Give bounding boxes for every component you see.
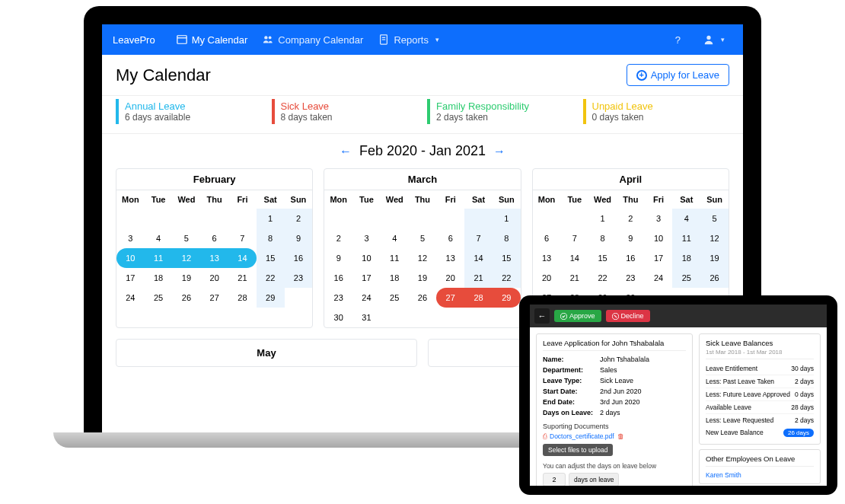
calendar-day[interactable]: 9 (617, 228, 645, 248)
calendar-day[interactable]: 10 (645, 228, 673, 248)
back-button[interactable]: ← (534, 308, 550, 324)
calendar-day[interactable]: 12 (409, 248, 437, 268)
next-range-button[interactable]: → (493, 145, 505, 158)
decline-button[interactable]: Decline (606, 310, 650, 322)
calendar-day[interactable]: 9 (324, 248, 352, 268)
calendar-day[interactable]: 26 (409, 288, 437, 308)
calendar-day[interactable]: 25 (672, 268, 700, 288)
calendar-day[interactable]: 16 (617, 248, 645, 268)
calendar-day[interactable]: 20 (533, 268, 561, 288)
calendar-day[interactable]: 7 (560, 228, 588, 248)
calendar-day[interactable]: 25 (145, 288, 173, 308)
calendar-day[interactable]: 2 (617, 209, 645, 228)
calendar-day[interactable]: 17 (352, 268, 381, 288)
calendar-day[interactable]: 15 (257, 248, 285, 268)
calendar-day[interactable]: 17 (116, 268, 145, 288)
calendar-day[interactable]: 16 (324, 268, 352, 288)
calendar-day[interactable]: 31 (352, 308, 381, 327)
calendar-day[interactable]: 5 (173, 228, 201, 248)
calendar-day[interactable]: 13 (436, 248, 464, 268)
nav-my-calendar[interactable]: My Calendar (169, 30, 256, 50)
calendar-day[interactable]: 13 (200, 248, 228, 268)
calendar-day[interactable]: 10 (116, 248, 145, 268)
calendar-day[interactable]: 3 (116, 228, 145, 248)
calendar-day[interactable]: 22 (588, 268, 617, 288)
calendar-day[interactable]: 22 (257, 268, 285, 288)
calendar-day[interactable]: 19 (409, 268, 437, 288)
calendar-day[interactable]: 17 (645, 248, 673, 268)
calendar-day[interactable]: 29 (493, 288, 521, 308)
calendar-day[interactable]: 9 (285, 228, 313, 248)
calendar-day[interactable]: 24 (352, 288, 381, 308)
calendar-day[interactable]: 6 (533, 228, 561, 248)
calendar-day[interactable]: 6 (436, 228, 464, 248)
calendar-day[interactable]: 29 (257, 288, 285, 308)
calendar-day[interactable]: 1 (588, 209, 617, 228)
calendar-day[interactable]: 4 (672, 209, 700, 228)
calendar-day[interactable]: 25 (381, 288, 409, 308)
calendar-day[interactable]: 20 (200, 268, 228, 288)
calendar-day[interactable]: 6 (200, 228, 228, 248)
month-header[interactable]: May (116, 339, 417, 367)
calendar-day[interactable]: 3 (352, 228, 381, 248)
calendar-day[interactable]: 28 (464, 288, 493, 308)
calendar-day[interactable]: 21 (228, 268, 257, 288)
other-employee-link[interactable]: Karen Smith (706, 470, 814, 479)
calendar-day[interactable]: 11 (145, 248, 173, 268)
brand[interactable]: LeavePro (113, 34, 155, 46)
calendar-day[interactable]: 1 (493, 209, 521, 228)
calendar-day[interactable]: 13 (533, 248, 561, 268)
calendar-day[interactable]: 5 (700, 209, 729, 228)
calendar-day[interactable]: 18 (381, 268, 409, 288)
calendar-day[interactable]: 15 (588, 248, 617, 268)
calendar-day[interactable]: 11 (381, 248, 409, 268)
calendar-day[interactable]: 22 (493, 268, 521, 288)
calendar-day[interactable]: 27 (436, 288, 464, 308)
calendar-day[interactable]: 27 (200, 288, 228, 308)
calendar-day[interactable]: 26 (700, 268, 729, 288)
prev-range-button[interactable]: ← (340, 145, 352, 158)
calendar-day[interactable]: 12 (173, 248, 201, 268)
calendar-day[interactable]: 24 (116, 288, 145, 308)
document-link[interactable]: Doctors_certificate.pdf (550, 432, 614, 440)
calendar-day[interactable]: 28 (228, 288, 257, 308)
upload-button[interactable]: Select files to upload (543, 444, 613, 456)
balance-card[interactable]: Family Responsibility2 days taken (427, 99, 574, 124)
calendar-day[interactable]: 12 (700, 228, 729, 248)
calendar-day[interactable]: 5 (409, 228, 437, 248)
calendar-day[interactable]: 7 (228, 228, 257, 248)
calendar-day[interactable]: 14 (560, 248, 588, 268)
calendar-day[interactable]: 16 (285, 248, 313, 268)
calendar-day[interactable]: 26 (173, 288, 201, 308)
balance-card[interactable]: Sick Leave8 days taken (272, 99, 419, 124)
nav-company-calendar[interactable]: Company Calendar (255, 30, 371, 50)
calendar-day[interactable]: 8 (257, 228, 285, 248)
balance-card[interactable]: Unpaid Leave0 days taken (583, 99, 730, 124)
calendar-day[interactable]: 21 (464, 268, 493, 288)
calendar-day[interactable]: 24 (645, 268, 673, 288)
calendar-day[interactable]: 19 (173, 268, 201, 288)
calendar-day[interactable]: 3 (645, 209, 673, 228)
balance-card[interactable]: Annual Leave6 days available (116, 99, 263, 124)
apply-for-leave-button[interactable]: + Apply for Leave (627, 64, 729, 86)
days-input[interactable] (543, 473, 566, 486)
calendar-day[interactable]: 15 (493, 248, 521, 268)
calendar-day[interactable]: 18 (145, 268, 173, 288)
nav-reports[interactable]: Reports (371, 30, 447, 50)
calendar-day[interactable]: 8 (493, 228, 521, 248)
calendar-day[interactable]: 23 (324, 288, 352, 308)
calendar-day[interactable]: 4 (381, 228, 409, 248)
calendar-day[interactable]: 2 (324, 228, 352, 248)
calendar-day[interactable]: 23 (617, 268, 645, 288)
calendar-day[interactable]: 8 (588, 228, 617, 248)
calendar-day[interactable]: 21 (560, 268, 588, 288)
calendar-day[interactable]: 20 (436, 268, 464, 288)
calendar-day[interactable]: 7 (464, 228, 493, 248)
calendar-day[interactable]: 18 (672, 248, 700, 268)
calendar-day[interactable]: 14 (228, 248, 257, 268)
calendar-day[interactable]: 10 (352, 248, 381, 268)
calendar-day[interactable]: 30 (324, 308, 352, 327)
calendar-day[interactable]: 23 (285, 268, 313, 288)
calendar-day[interactable]: 11 (672, 228, 700, 248)
user-menu[interactable] (696, 30, 732, 50)
